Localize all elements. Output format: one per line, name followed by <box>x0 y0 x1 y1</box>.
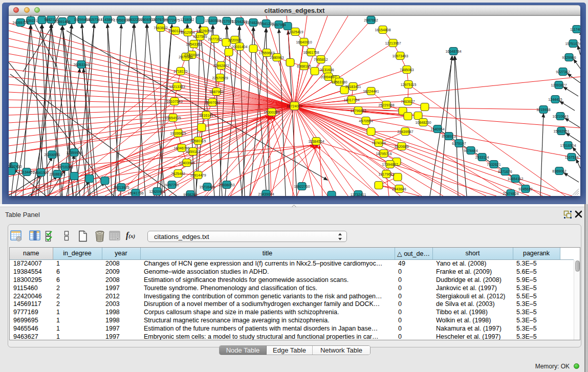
svg-text:8938913: 8938913 <box>442 135 455 138</box>
svg-text:15751074: 15751074 <box>565 42 580 46</box>
svg-text:16648784: 16648784 <box>445 50 461 53</box>
svg-text:16224441: 16224441 <box>363 90 379 93</box>
svg-text:12403994: 12403994 <box>179 161 194 165</box>
svg-text:3131636: 3131636 <box>320 68 334 72</box>
svg-text:16914479: 16914479 <box>190 173 206 177</box>
svg-text:17016504: 17016504 <box>560 144 576 147</box>
svg-text:1640954: 1640954 <box>430 127 444 131</box>
svg-text:13134457: 13134457 <box>18 170 34 174</box>
svg-text:2077105: 2077105 <box>208 37 222 41</box>
svg-text:20031404: 20031404 <box>231 45 247 49</box>
svg-text:10710248: 10710248 <box>57 165 73 169</box>
svg-text:3220921: 3220921 <box>228 38 242 42</box>
svg-text:21439044: 21439044 <box>258 192 274 196</box>
svg-text:7632621: 7632621 <box>487 163 500 166</box>
svg-text:18922760: 18922760 <box>294 185 310 188</box>
svg-text:18795716: 18795716 <box>376 152 391 156</box>
svg-text:9245632: 9245632 <box>518 187 532 191</box>
svg-text:2457954: 2457954 <box>272 23 286 27</box>
svg-text:1839221: 1839221 <box>24 19 37 23</box>
svg-text:9887903: 9887903 <box>209 90 223 94</box>
svg-text:1167533: 1167533 <box>565 156 579 159</box>
svg-text:13179613: 13179613 <box>378 172 394 176</box>
svg-text:19166825: 19166825 <box>170 132 186 135</box>
svg-text:22570529: 22570529 <box>212 76 228 80</box>
svg-text:10543362: 10543362 <box>186 42 202 46</box>
svg-text:6379197: 6379197 <box>452 142 466 145</box>
svg-text:25997682: 25997682 <box>204 101 220 104</box>
svg-text:15692951: 15692951 <box>553 129 569 133</box>
svg-text:24641507: 24641507 <box>33 171 49 174</box>
svg-text:9457791: 9457791 <box>165 183 179 187</box>
svg-text:13241736: 13241736 <box>127 191 143 195</box>
svg-text:13732411: 13732411 <box>351 193 366 196</box>
svg-text:3215938: 3215938 <box>536 108 550 112</box>
svg-text:10973493: 10973493 <box>392 54 408 58</box>
svg-text:15716485: 15716485 <box>199 185 215 189</box>
svg-text:12213383: 12213383 <box>169 85 185 89</box>
svg-text:8471676: 8471676 <box>498 170 512 173</box>
svg-text:10210643: 10210643 <box>552 115 568 118</box>
svg-text:4570554: 4570554 <box>359 119 373 123</box>
svg-text:25229388: 25229388 <box>378 103 394 107</box>
svg-text:22992872: 22992872 <box>213 64 229 68</box>
svg-text:13226058: 13226058 <box>196 29 212 33</box>
svg-text:10837430: 10837430 <box>9 165 22 168</box>
svg-text:22474828: 22474828 <box>503 192 518 195</box>
svg-text:12384554: 12384554 <box>308 140 324 143</box>
svg-text:2718170: 2718170 <box>173 70 187 73</box>
svg-text:13325419: 13325419 <box>287 30 303 34</box>
svg-text:18724007: 18724007 <box>287 104 302 108</box>
svg-text:20994697: 20994697 <box>320 75 336 79</box>
svg-text:7663822: 7663822 <box>154 26 167 30</box>
svg-text:17394887: 17394887 <box>382 163 398 166</box>
svg-text:2876966: 2876966 <box>179 55 192 59</box>
svg-text:12920906: 12920906 <box>149 190 165 193</box>
svg-text:20691406: 20691406 <box>54 20 70 24</box>
svg-text:7463627: 7463627 <box>401 100 415 103</box>
svg-text:7955812: 7955812 <box>314 58 328 61</box>
svg-text:6420686: 6420686 <box>395 145 408 148</box>
svg-text:19654935: 19654935 <box>165 116 181 120</box>
svg-text:12975115: 12975115 <box>401 83 417 86</box>
svg-text:15157347: 15157347 <box>86 18 102 21</box>
svg-text:20206551: 20206551 <box>44 153 60 157</box>
svg-text:16107543: 16107543 <box>166 100 182 103</box>
svg-text:23936053: 23936053 <box>219 183 234 187</box>
svg-text:22439587: 22439587 <box>397 130 413 134</box>
svg-text:8912954: 8912954 <box>181 31 194 34</box>
svg-text:6368105: 6368105 <box>297 64 311 68</box>
svg-text:9327505: 9327505 <box>193 35 207 38</box>
svg-text:12093877: 12093877 <box>551 83 567 87</box>
svg-text:4143890: 4143890 <box>100 18 114 21</box>
svg-text:10654112: 10654112 <box>508 177 524 181</box>
svg-text:2687682: 2687682 <box>364 18 378 22</box>
svg-text:9816145: 9816145 <box>199 114 213 117</box>
svg-text:16213925: 16213925 <box>113 186 129 189</box>
svg-text:16154808: 16154808 <box>375 28 390 32</box>
svg-text:1244415: 1244415 <box>548 98 562 101</box>
svg-text:17559643: 17559643 <box>258 51 274 55</box>
svg-text:16046786: 16046786 <box>173 146 189 150</box>
svg-text:2933114: 2933114 <box>475 156 489 159</box>
svg-text:23188315: 23188315 <box>49 172 65 176</box>
svg-text:25183411: 25183411 <box>345 85 361 89</box>
svg-text:9227342: 9227342 <box>556 70 570 74</box>
svg-text:8369062: 8369062 <box>552 169 566 173</box>
svg-text:16961758: 16961758 <box>303 51 319 54</box>
svg-text:15300283: 15300283 <box>264 111 279 114</box>
svg-text:16640910: 16640910 <box>296 40 312 44</box>
svg-text:12213967: 12213967 <box>385 41 401 45</box>
svg-text:17359914: 17359914 <box>66 151 82 155</box>
svg-text:17796882: 17796882 <box>350 109 366 113</box>
svg-text:19017734: 19017734 <box>343 98 359 102</box>
svg-text:20580115: 20580115 <box>190 139 206 143</box>
svg-text:1117404: 1117404 <box>570 28 580 31</box>
svg-text:1218062: 1218062 <box>180 18 194 21</box>
svg-text:10848230: 10848230 <box>415 121 431 124</box>
svg-text:9474444: 9474444 <box>464 149 477 152</box>
svg-text:7625402: 7625402 <box>171 172 185 176</box>
svg-text:2943646: 2943646 <box>392 187 406 191</box>
svg-text:8359183: 8359183 <box>186 150 200 154</box>
svg-text:9958289: 9958289 <box>183 193 197 196</box>
